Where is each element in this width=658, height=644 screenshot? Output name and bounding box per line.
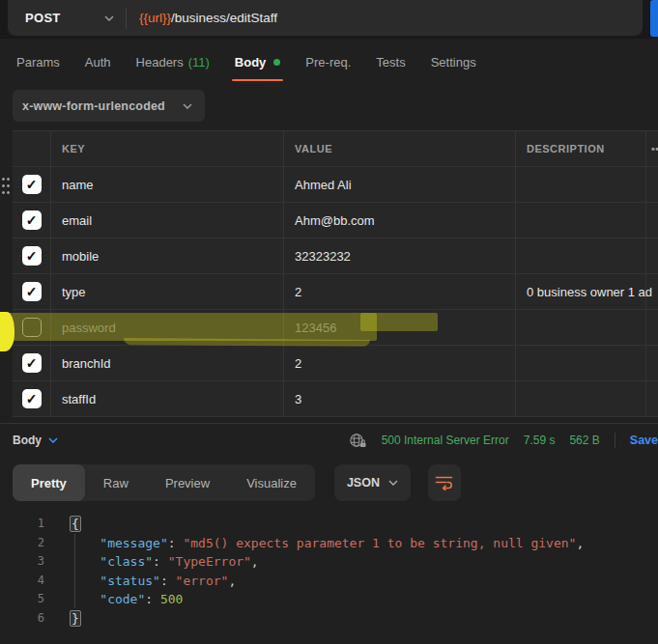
param-value[interactable]: Ahm@bb.com xyxy=(283,203,515,238)
param-row-name: ✓nameAhmed Ali xyxy=(13,167,658,203)
param-value[interactable]: 2 xyxy=(283,346,515,380)
code-line: 2 "message": "md5() expects parameter 1 … xyxy=(0,534,658,553)
body-type-bar: x-www-form-urlencoded xyxy=(0,85,658,130)
method-label: POST xyxy=(25,11,61,25)
param-value[interactable]: 32323232 xyxy=(283,238,515,273)
code-line: 3 "class": "TypeError", xyxy=(0,552,658,572)
request-bar: POST {{url}}/business/editStaff xyxy=(8,0,643,36)
response-view-dropdown[interactable]: Body xyxy=(13,434,58,447)
row-checkbox[interactable]: ✓ xyxy=(22,389,42,408)
param-key[interactable]: staffId xyxy=(50,381,283,416)
response-view-tabs: PrettyRawPreviewVisualize xyxy=(13,464,315,501)
code-line: 6} xyxy=(0,609,658,629)
column-header-key: KEY xyxy=(50,131,283,166)
divider xyxy=(126,8,127,29)
column-header-value: VALUE xyxy=(283,131,515,166)
row-more-cell xyxy=(645,167,658,202)
request-url-bar: POST {{url}}/business/editStaff xyxy=(0,0,658,39)
row-checkbox-cell: ✓ xyxy=(13,381,50,416)
param-row-branchId: ✓branchId2 xyxy=(13,346,658,381)
param-row-type: ✓type20 business owner 1 ad xyxy=(13,274,658,310)
tab-body[interactable]: Body xyxy=(222,39,294,85)
param-description[interactable]: 0 business owner 1 ad xyxy=(515,274,645,309)
response-tab-raw[interactable]: Raw xyxy=(85,464,147,501)
response-format-label: JSON xyxy=(347,476,380,490)
tab-label: Tests xyxy=(376,55,405,70)
method-dropdown[interactable]: POST xyxy=(8,11,126,25)
row-checkbox[interactable] xyxy=(22,318,42,337)
response-tab-visualize[interactable]: Visualize xyxy=(228,464,315,501)
drag-handle-icon[interactable] xyxy=(1,176,11,195)
tab-tests[interactable]: Tests xyxy=(363,39,417,85)
send-button[interactable] xyxy=(650,0,658,37)
globe-lock-icon[interactable] xyxy=(349,433,367,449)
tab-label: Params xyxy=(16,55,60,70)
indent-guide xyxy=(74,534,75,608)
row-more-cell xyxy=(645,203,658,238)
param-description[interactable] xyxy=(515,238,645,273)
line-wrap-button[interactable] xyxy=(428,464,461,501)
row-checkbox[interactable]: ✓ xyxy=(22,282,42,301)
line-number: 6 xyxy=(0,609,44,629)
param-value[interactable]: 2 xyxy=(283,274,515,309)
param-description[interactable] xyxy=(515,203,645,238)
code-lines: 1{2 "message": "md5() expects parameter … xyxy=(0,515,658,628)
param-value[interactable]: Ahmed Ali xyxy=(283,167,515,202)
param-value[interactable]: 3 xyxy=(283,381,515,416)
param-description[interactable] xyxy=(515,346,645,380)
row-checkbox-cell: ✓ xyxy=(13,167,50,202)
row-checkbox[interactable]: ✓ xyxy=(22,246,42,266)
param-key[interactable]: email xyxy=(50,203,283,238)
param-key[interactable]: mobile xyxy=(50,238,283,273)
response-size: 562 B xyxy=(569,434,599,447)
response-tab-preview[interactable]: Preview xyxy=(147,464,228,501)
row-checkbox[interactable]: ✓ xyxy=(22,175,42,194)
param-key[interactable]: password xyxy=(50,310,283,345)
row-more-cell xyxy=(645,346,658,380)
param-description[interactable] xyxy=(515,167,645,202)
code-line: 1{ xyxy=(0,515,658,534)
param-key[interactable]: branchId xyxy=(50,346,283,380)
tab-auth[interactable]: Auth xyxy=(72,39,124,85)
response-body-viewer[interactable]: 1{2 "message": "md5() expects parameter … xyxy=(0,501,658,628)
response-toolbar: PrettyRawPreviewVisualize JSON xyxy=(0,464,658,501)
param-description[interactable] xyxy=(515,381,645,416)
params-rows: ✓nameAhmed Ali✓emailAhm@bb.com✓mobile323… xyxy=(13,167,658,417)
param-row-mobile: ✓mobile32323232 xyxy=(13,238,658,274)
tab-count-badge: (11) xyxy=(188,55,210,70)
line-number: 1 xyxy=(0,515,44,534)
response-view-label: Body xyxy=(13,434,42,447)
code-line: 4 "status": "error", xyxy=(0,572,658,591)
body-type-dropdown[interactable]: x-www-form-urlencoded xyxy=(13,90,205,122)
divider xyxy=(615,433,615,448)
line-content: "status": "error", xyxy=(44,572,236,591)
param-key[interactable]: name xyxy=(50,167,283,202)
tab-headers[interactable]: Headers(11) xyxy=(124,39,222,85)
response-format-dropdown[interactable]: JSON xyxy=(334,464,411,501)
url-input[interactable]: {{url}}/business/editStaff xyxy=(139,11,277,25)
line-number: 3 xyxy=(0,552,44,572)
param-description[interactable] xyxy=(515,310,645,345)
row-checkbox[interactable]: ✓ xyxy=(22,353,42,373)
row-checkbox-cell: ✓ xyxy=(13,274,50,309)
row-more-cell xyxy=(645,381,658,416)
row-checkbox[interactable]: ✓ xyxy=(22,210,42,230)
param-key[interactable]: type xyxy=(50,274,283,309)
param-row-password: password123456 xyxy=(13,310,658,346)
request-tabs: ParamsAuthHeaders(11)BodyPre-req.TestsSe… xyxy=(0,39,658,85)
tab-params[interactable]: Params xyxy=(4,39,72,85)
tab-prereq[interactable]: Pre-req. xyxy=(293,39,363,85)
more-options-icon[interactable]: ••• xyxy=(645,131,658,166)
line-content: "message": "md5() expects parameter 1 to… xyxy=(44,534,584,553)
param-value[interactable]: 123456 xyxy=(283,310,515,345)
row-more-cell xyxy=(645,238,658,273)
unsaved-changes-dot xyxy=(273,59,280,66)
tab-label: Pre-req. xyxy=(305,55,351,70)
save-response-button[interactable]: Save xyxy=(630,434,658,447)
row-more-cell xyxy=(645,310,658,345)
tab-settings[interactable]: Settings xyxy=(418,39,489,85)
chevron-down-icon xyxy=(388,480,398,486)
line-content: "code": 500 xyxy=(44,590,183,609)
urlencoded-params-table: KEY VALUE DESCRIPTION ••• ✓nameAhmed Ali… xyxy=(13,130,658,417)
response-tab-pretty[interactable]: Pretty xyxy=(13,464,85,501)
